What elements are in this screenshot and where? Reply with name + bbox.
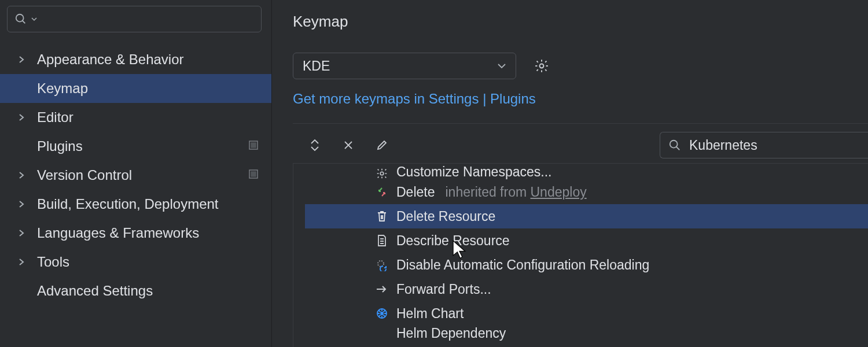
sidebar-item-label: Tools bbox=[37, 254, 264, 270]
search-icon bbox=[14, 13, 27, 25]
sidebar-item-languages-frameworks[interactable]: Languages & Frameworks bbox=[0, 219, 271, 248]
expand-collapse-button[interactable] bbox=[307, 137, 323, 153]
divider bbox=[293, 123, 868, 124]
forward-icon bbox=[374, 285, 389, 294]
action-forward-ports[interactable]: Forward Ports... bbox=[293, 277, 868, 301]
sidebar-item-plugins[interactable]: Plugins bbox=[0, 132, 271, 161]
main-panel: Keymap KDE Get more keymaps in Settings … bbox=[272, 0, 868, 347]
svg-point-6 bbox=[540, 64, 544, 68]
sidebar-search-box[interactable] bbox=[7, 6, 262, 32]
inherited-link[interactable]: Undeploy bbox=[531, 184, 587, 200]
window-icon bbox=[248, 168, 259, 183]
actions-toolbar bbox=[293, 132, 868, 158]
settings-tree: Appearance & Behavior Keymap Editor Plug… bbox=[0, 37, 271, 347]
svg-point-12 bbox=[381, 312, 383, 315]
gear-icon bbox=[534, 58, 549, 73]
chevron-right-icon bbox=[16, 200, 27, 208]
helm-icon bbox=[374, 307, 389, 320]
sidebar-item-tools[interactable]: Tools bbox=[0, 248, 271, 276]
chevron-right-icon bbox=[16, 229, 27, 237]
sidebar-item-label: Build, Execution, Deployment bbox=[37, 196, 264, 212]
toolbar-icons bbox=[293, 137, 390, 153]
search-icon bbox=[668, 138, 681, 152]
action-search-box[interactable] bbox=[660, 132, 868, 158]
window-icon bbox=[248, 139, 259, 154]
keymap-selector-row: KDE bbox=[293, 53, 868, 79]
sidebar-item-label: Plugins bbox=[37, 138, 248, 154]
sidebar-item-editor[interactable]: Editor bbox=[0, 103, 271, 132]
keymap-settings-button[interactable] bbox=[531, 56, 552, 76]
action-customize-namespaces[interactable]: Customize Namespaces... bbox=[293, 164, 868, 180]
action-label: Delete Resource bbox=[396, 209, 495, 224]
keymap-dropdown-value: KDE bbox=[303, 58, 330, 74]
sidebar-item-label: Editor bbox=[37, 109, 264, 125]
gear-icon bbox=[374, 167, 389, 180]
action-delete[interactable]: Delete inherited from Undeploy bbox=[293, 180, 868, 204]
collapse-icon bbox=[343, 139, 354, 151]
sidebar-item-label: Keymap bbox=[37, 80, 264, 97]
action-helm-dependency[interactable]: Helm Dependency bbox=[293, 326, 868, 343]
svg-point-7 bbox=[670, 141, 678, 148]
sidebar-search-wrap bbox=[0, 0, 271, 37]
expand-collapse-icon bbox=[308, 138, 321, 152]
action-helm-chart[interactable]: Helm Chart bbox=[293, 301, 868, 326]
svg-rect-5 bbox=[251, 172, 256, 176]
svg-line-8 bbox=[676, 147, 680, 150]
sidebar-item-label: Version Control bbox=[37, 167, 248, 183]
action-label: Delete bbox=[396, 184, 435, 200]
svg-point-9 bbox=[380, 172, 384, 175]
sidebar-item-label: Appearance & Behavior bbox=[37, 51, 264, 68]
action-label: Describe Resource bbox=[396, 233, 510, 249]
sidebar-item-version-control[interactable]: Version Control bbox=[0, 161, 271, 190]
action-search-input[interactable] bbox=[689, 138, 860, 153]
trash-icon bbox=[374, 210, 389, 223]
document-icon bbox=[374, 234, 389, 247]
svg-point-0 bbox=[16, 14, 24, 22]
dropdown-caret-icon bbox=[31, 16, 38, 23]
sidebar-item-keymap[interactable]: Keymap bbox=[0, 74, 271, 103]
svg-line-1 bbox=[23, 21, 25, 24]
page-title: Keymap bbox=[293, 13, 868, 31]
action-label: Helm Dependency bbox=[396, 326, 506, 341]
collapse-all-button[interactable] bbox=[340, 137, 356, 153]
actions-list: Customize Namespaces... Delete inherited… bbox=[293, 163, 868, 347]
action-delete-resource[interactable]: Delete Resource bbox=[305, 204, 868, 228]
action-label: Forward Ports... bbox=[396, 282, 491, 297]
sidebar-item-appearance-behavior[interactable]: Appearance & Behavior bbox=[0, 45, 271, 74]
keymap-dropdown[interactable]: KDE bbox=[293, 53, 516, 79]
get-more-keymaps-link[interactable]: Get more keymaps in Settings | Plugins bbox=[293, 91, 868, 107]
action-disable-auto-reload[interactable]: Disable Automatic Configuration Reloadin… bbox=[293, 253, 868, 277]
action-describe-resource[interactable]: Describe Resource bbox=[293, 228, 868, 253]
sidebar-item-label: Languages & Frameworks bbox=[37, 225, 264, 241]
chevron-right-icon bbox=[16, 113, 27, 121]
chevron-right-icon bbox=[16, 56, 27, 64]
sidebar-item-advanced-settings[interactable]: Advanced Settings bbox=[0, 276, 271, 305]
refresh-icon bbox=[374, 259, 389, 271]
settings-sidebar: Appearance & Behavior Keymap Editor Plug… bbox=[0, 0, 272, 347]
sidebar-search-input[interactable] bbox=[41, 13, 254, 26]
edit-shortcut-button[interactable] bbox=[374, 137, 390, 153]
svg-rect-3 bbox=[251, 143, 256, 147]
action-label: Customize Namespaces... bbox=[396, 164, 551, 180]
action-label: Disable Automatic Configuration Reloadin… bbox=[396, 257, 649, 273]
pencil-icon bbox=[376, 139, 388, 152]
chevron-down-icon bbox=[497, 62, 506, 69]
action-label: Helm Chart bbox=[396, 306, 464, 322]
sidebar-item-label: Advanced Settings bbox=[37, 283, 264, 299]
chevron-right-icon bbox=[16, 171, 27, 179]
chevron-right-icon bbox=[16, 258, 27, 266]
sidebar-item-build-execution-deployment[interactable]: Build, Execution, Deployment bbox=[0, 190, 271, 219]
undeploy-icon bbox=[374, 186, 389, 198]
inherited-from-text: inherited from Undeploy bbox=[445, 184, 586, 200]
